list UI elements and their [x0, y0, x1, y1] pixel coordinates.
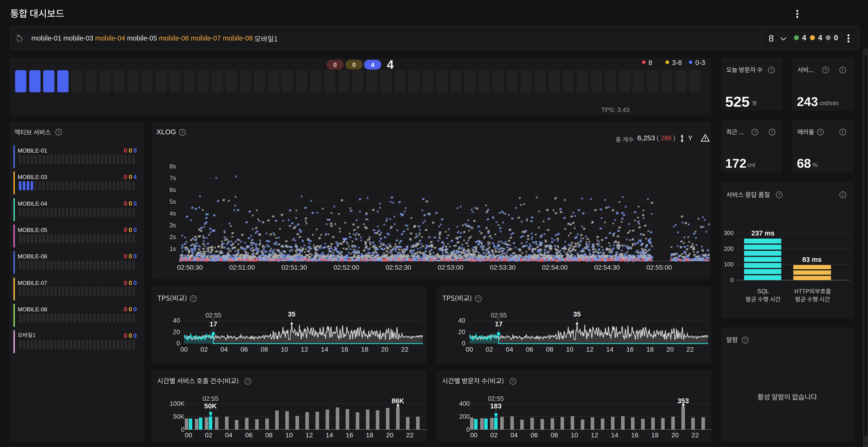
svg-text:?: ? — [825, 68, 827, 72]
svg-text:?: ? — [744, 338, 747, 343]
svg-text:?: ? — [754, 130, 756, 135]
svg-text:?: ? — [819, 130, 822, 135]
svg-text:?: ? — [770, 68, 773, 72]
svg-text:?: ? — [512, 379, 514, 384]
svg-text:?: ? — [778, 192, 781, 197]
svg-text:?: ? — [58, 130, 60, 135]
svg-text:?: ? — [247, 379, 249, 384]
